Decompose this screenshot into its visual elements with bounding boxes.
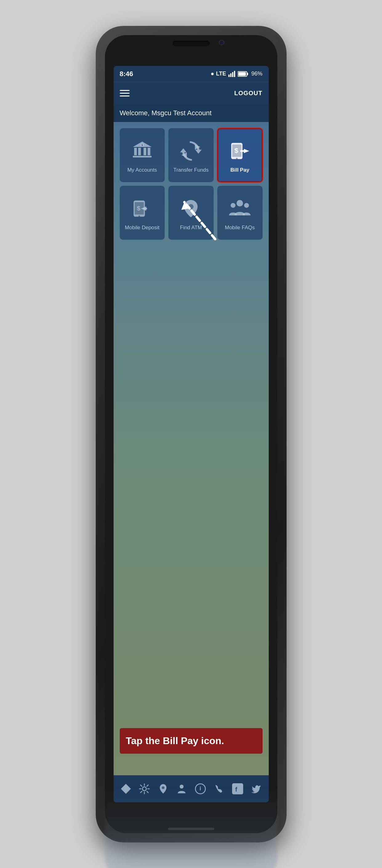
battery-icon [238, 71, 249, 77]
phone-camera [219, 40, 224, 45]
svg-rect-10 [143, 148, 146, 156]
svg-point-25 [139, 215, 140, 217]
svg-point-29 [188, 204, 194, 210]
logout-button[interactable]: LOGOUT [234, 90, 263, 97]
svg-rect-5 [247, 73, 248, 75]
welcome-bar: Welcome, Msgcu Test Account [113, 104, 269, 122]
find-atm-tile[interactable]: Find ATM [168, 186, 214, 240]
svg-rect-0 [229, 74, 230, 77]
transfer-icon [178, 139, 203, 163]
menu-grid: $ My Accounts [113, 122, 269, 246]
phone-screen: 8:46 LTE [113, 66, 269, 802]
svg-marker-21 [244, 149, 249, 153]
mobile-deposit-tile[interactable]: $ Mobile Deposit [120, 186, 165, 240]
location-icon [178, 196, 203, 221]
svg-rect-2 [232, 72, 233, 77]
mobile-faqs-tile[interactable]: Mobile FAQs [217, 186, 263, 240]
svg-rect-8 [134, 148, 137, 156]
battery-percent: 96% [251, 70, 262, 77]
svg-point-32 [244, 203, 249, 208]
my-accounts-tile[interactable]: $ My Accounts [120, 128, 165, 182]
mobile-deposit-label: Mobile Deposit [125, 225, 160, 231]
transfer-funds-label: Transfer Funds [173, 167, 209, 173]
svg-point-31 [231, 203, 236, 208]
status-icons: LTE 9 [211, 70, 263, 77]
billpay-icon: $ [228, 139, 252, 163]
phone-reflection [105, 787, 277, 868]
signal-dot [211, 73, 214, 75]
svg-rect-6 [238, 72, 246, 76]
instruction-banner: Tap the Bill Pay icon. [120, 728, 263, 753]
phone-inner: 8:46 LTE [105, 35, 277, 833]
mobile-faqs-label: Mobile FAQs [225, 225, 255, 231]
main-content: $ My Accounts [113, 122, 269, 775]
top-nav: LOGOUT [113, 82, 269, 104]
lte-label: LTE [216, 70, 226, 77]
transfer-funds-tile[interactable]: Transfer Funds [168, 128, 214, 182]
svg-point-30 [237, 200, 243, 207]
bill-pay-tile[interactable]: $ Bill Pay [217, 128, 263, 182]
instruction-text: Tap the Bill Pay icon. [126, 735, 224, 746]
welcome-text: Welcome, Msgcu Test Account [120, 109, 212, 117]
bank-icon: $ [130, 139, 154, 163]
hamburger-menu[interactable] [120, 90, 130, 96]
svg-rect-11 [147, 148, 150, 156]
svg-rect-1 [230, 73, 232, 77]
bill-pay-label: Bill Pay [230, 167, 249, 173]
status-time: 8:46 [120, 70, 133, 78]
svg-rect-22 [240, 150, 244, 152]
phone-speaker [173, 41, 210, 46]
find-atm-label: Find ATM [180, 225, 202, 231]
svg-rect-12 [133, 156, 151, 157]
svg-text:$: $ [235, 146, 239, 154]
group-icon [228, 196, 252, 221]
signal-bars-icon [229, 71, 235, 77]
page-wrapper: 8:46 LTE [0, 0, 382, 868]
svg-rect-28 [143, 208, 147, 209]
my-accounts-label: My Accounts [128, 167, 157, 173]
svg-text:$: $ [137, 205, 140, 212]
status-bar: 8:46 LTE [113, 66, 269, 82]
svg-text:$: $ [141, 144, 143, 147]
svg-rect-3 [234, 71, 235, 77]
deposit-icon: $ [130, 196, 154, 221]
svg-point-19 [236, 158, 238, 159]
phone-device: 8:46 LTE [96, 26, 286, 842]
svg-rect-9 [138, 148, 141, 156]
